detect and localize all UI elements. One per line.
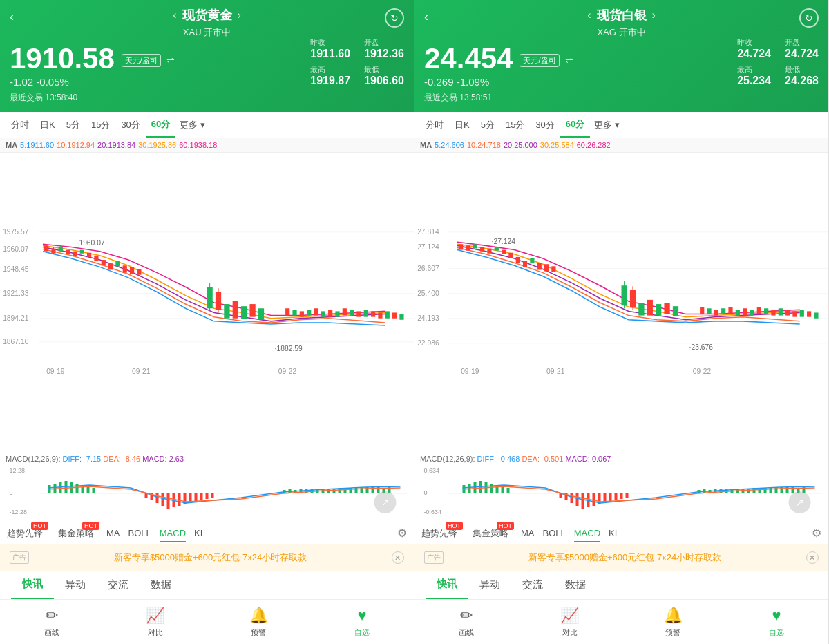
silver-tab-5min[interactable]: 5分 <box>475 113 500 137</box>
gold-tab-rik[interactable]: 日K <box>35 113 61 137</box>
gold-tab-30min[interactable]: 30分 <box>115 113 145 137</box>
silver-news-tab-jiaoliu[interactable]: 交流 <box>511 571 554 598</box>
gold-ind-macd[interactable]: MACD <box>160 528 186 538</box>
silver-ma-label: MA <box>420 141 432 149</box>
svg-rect-189 <box>620 493 623 499</box>
silver-chart-area[interactable]: 27.814 27.124 26.607 25.400 24.193 22.98… <box>414 153 828 453</box>
gold-nav-draw[interactable]: ✏ 画线 <box>0 607 104 638</box>
svg-rect-161 <box>807 311 811 316</box>
silver-ind-trend[interactable]: 趋势先锋 HOT <box>421 527 457 540</box>
gold-swap-icon[interactable]: ⇌ <box>166 55 175 66</box>
gold-macd-labels: MACD(12,26,9): DIFF: -7.15 DEA: -8.46 MA… <box>0 453 414 464</box>
gold-draw-icon: ✏ <box>46 607 58 625</box>
silver-nav-alert[interactable]: 🔔 预警 <box>622 607 725 638</box>
silver-news-tab-shuju[interactable]: 数据 <box>554 571 597 598</box>
gold-ind-strategy[interactable]: 集金策略 HOT <box>58 527 94 540</box>
silver-nav-compare[interactable]: 📈 对比 <box>518 607 622 638</box>
svg-rect-38 <box>241 306 247 319</box>
silver-header-top: ‹ 现货白银 › <box>424 7 819 23</box>
silver-tab-15min[interactable]: 15分 <box>500 113 530 137</box>
gold-ma10: 10:1912.94 <box>57 141 95 149</box>
gold-ind-trend[interactable]: 趋势先锋 HOT <box>7 527 43 540</box>
gold-ma5: 5:1911.60 <box>20 141 54 149</box>
silver-refresh-button[interactable]: ↻ <box>799 8 819 28</box>
silver-ad-close-button[interactable]: ✕ <box>806 551 819 564</box>
silver-nav-draw[interactable]: ✏ 画线 <box>414 607 518 638</box>
svg-rect-203 <box>764 488 767 493</box>
silver-prev-arrow[interactable]: ‹ <box>587 9 591 21</box>
gold-chart-area[interactable]: 1975.57 1960.07 1948.45 1921.33 1894.21 … <box>0 153 414 453</box>
gold-tab-more[interactable]: 更多 ▾ <box>175 113 209 137</box>
silver-news-tab-yidong[interactable]: 异动 <box>468 571 511 598</box>
gold-nav-compare[interactable]: 📈 对比 <box>104 607 207 638</box>
silver-tab-fenshi[interactable]: 分时 <box>420 113 449 137</box>
gold-refresh-button[interactable]: ↻ <box>385 8 404 28</box>
gold-favorite-icon: ♥ <box>358 607 367 625</box>
gold-ind-ki[interactable]: KI <box>194 528 202 538</box>
gold-ind-ma[interactable]: MA <box>106 528 120 538</box>
gold-settings-icon[interactable]: ⚙ <box>397 527 407 540</box>
svg-rect-159 <box>792 311 797 316</box>
svg-rect-124 <box>466 245 470 250</box>
silver-ma5: 5:24.606 <box>435 141 464 149</box>
silver-ind-ki[interactable]: KI <box>609 528 617 538</box>
silver-chart-svg: 27.814 27.124 26.607 25.400 24.193 22.98… <box>414 153 828 453</box>
gold-price-grid: 昨收 1911.60 开盘 1912.36 最高 1919.87 最低 1906… <box>310 37 404 87</box>
gold-news-tab-shuju[interactable]: 数据 <box>140 571 182 598</box>
gold-title: 现货黄金 <box>182 7 232 23</box>
silver-nav-favorite[interactable]: ♥ 自选 <box>725 607 828 638</box>
svg-rect-54 <box>378 312 382 318</box>
gold-ad-close-button[interactable]: ✕ <box>392 551 404 564</box>
gold-back-button[interactable]: ‹ <box>10 10 14 24</box>
gold-news-tab-kuaixun[interactable]: 快讯 <box>11 571 54 599</box>
silver-header: ‹ ‹ 现货白银 › XAG 开市中 ↻ 24.454 美元/盎司 ⇌ -0.2… <box>414 0 828 112</box>
gold-nav-favorite[interactable]: ♥ 自选 <box>310 607 414 638</box>
silver-chart-tabs: 分时 日K 5分 15分 30分 60分 更多 ▾ <box>414 112 828 138</box>
silver-price-change: -0.269 -1.09% <box>424 76 573 88</box>
silver-tab-rik[interactable]: 日K <box>449 113 475 137</box>
svg-rect-71 <box>87 486 90 493</box>
svg-text:-0.634: -0.634 <box>424 509 442 515</box>
silver-price-grid: 昨收 24.724 开盘 24.724 最高 25.234 最低 24.268 <box>737 37 819 87</box>
gold-news-tabs: 快讯 异动 交流 数据 <box>0 571 414 600</box>
silver-ind-boll[interactable]: BOLL <box>543 528 566 538</box>
silver-news-tab-kuaixun[interactable]: 快讯 <box>426 571 468 599</box>
silver-unit: 美元/盎司 <box>520 54 559 67</box>
svg-rect-150 <box>728 307 732 314</box>
gold-tab-fenshi[interactable]: 分时 <box>6 113 35 137</box>
gold-chart-tabs: 分时 日K 5分 15分 30分 60分 更多 ▾ <box>0 112 414 138</box>
silver-tab-60min[interactable]: 60分 <box>560 113 590 138</box>
gold-news-tab-jiaoliu[interactable]: 交流 <box>97 571 140 598</box>
gold-ind-boll[interactable]: BOLL <box>128 528 151 538</box>
silver-back-button[interactable]: ‹ <box>424 10 428 24</box>
gold-tab-60min[interactable]: 60分 <box>146 113 175 138</box>
svg-rect-142 <box>647 300 653 316</box>
gold-trend-hot-badge: HOT <box>31 522 48 530</box>
silver-swap-icon[interactable]: ⇌ <box>565 55 573 66</box>
svg-rect-75 <box>156 493 159 503</box>
svg-rect-134 <box>537 263 542 269</box>
silver-ind-strategy[interactable]: 集金策略 HOT <box>473 527 508 540</box>
svg-rect-155 <box>764 308 768 314</box>
silver-macd-section: MACD(12,26,9): DIFF: -0.468 DEA: -0.501 … <box>414 453 828 522</box>
silver-next-arrow[interactable]: › <box>652 9 656 21</box>
silver-ind-macd[interactable]: MACD <box>574 528 600 538</box>
gold-tab-5min[interactable]: 5分 <box>61 113 86 137</box>
silver-ind-ma[interactable]: MA <box>521 528 535 538</box>
svg-rect-50 <box>350 310 354 315</box>
silver-tab-more[interactable]: 更多 ▾ <box>590 113 624 137</box>
gold-next-arrow[interactable]: › <box>238 9 241 21</box>
silver-yesterday-close: 昨收 24.724 <box>737 37 771 60</box>
silver-tab-30min[interactable]: 30分 <box>530 113 560 137</box>
gold-indicator-tabs: 趋势先锋 HOT 集金策略 HOT MA BOLL MACD KI ⚙ <box>0 522 414 544</box>
gold-prev-arrow[interactable]: ‹ <box>173 9 176 21</box>
gold-news-tab-yidong[interactable]: 异动 <box>54 571 97 598</box>
gold-tab-15min[interactable]: 15分 <box>86 113 115 137</box>
silver-settings-icon[interactable]: ⚙ <box>812 527 821 540</box>
svg-rect-53 <box>371 311 375 316</box>
gold-nav-alert[interactable]: 🔔 预警 <box>207 607 311 638</box>
svg-text:26.607: 26.607 <box>417 265 439 272</box>
gold-open: 开盘 1912.36 <box>364 37 404 60</box>
svg-text:0: 0 <box>424 489 428 496</box>
svg-text:12.28: 12.28 <box>10 467 26 474</box>
